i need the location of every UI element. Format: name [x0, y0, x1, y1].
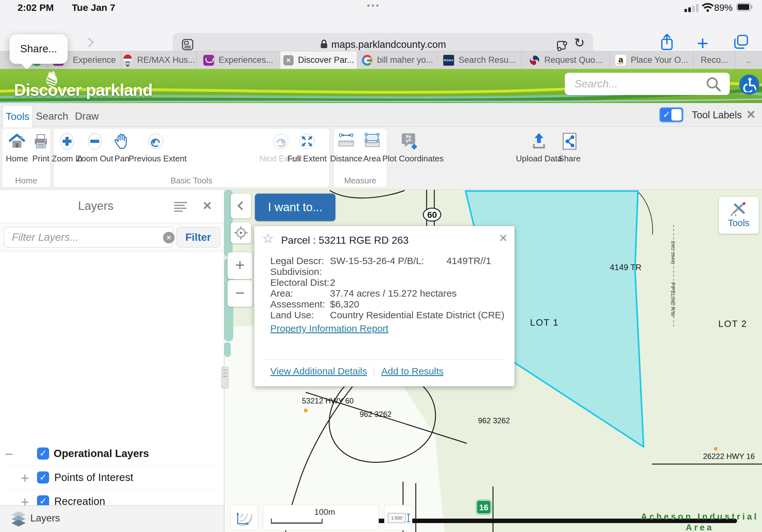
site-favicon: [203, 55, 214, 66]
layer-row-root[interactable]: − ✓ Operational Layers: [0, 442, 224, 466]
cellular-icon: [684, 4, 700, 12]
tab-request-quote[interactable]: Request Quo...: [521, 51, 610, 69]
forward-icon[interactable]: [84, 37, 94, 47]
previous-extent-button[interactable]: Previous Extent: [128, 131, 183, 164]
close-panel-icon[interactable]: ×: [203, 197, 211, 214]
search-input[interactable]: [574, 76, 695, 91]
tab-draw[interactable]: Draw: [74, 105, 100, 127]
layer-filter-input[interactable]: [11, 230, 145, 245]
map-zoom-in-button[interactable]: +: [228, 252, 253, 279]
favorite-star-icon[interactable]: ☆: [262, 231, 274, 246]
date: Tue Jan 7: [72, 2, 115, 13]
map-zoom-out-button[interactable]: −: [228, 280, 253, 307]
collapse-panel-button[interactable]: [231, 194, 251, 219]
panel-menu-icon[interactable]: [174, 202, 187, 212]
wifi-icon: [701, 3, 714, 12]
tab-tools[interactable]: Tools: [3, 105, 33, 127]
tabs-overview-icon[interactable]: [733, 34, 749, 51]
map-viewport[interactable]: I want to... + − Tools 60 4149 TR (062 3…: [224, 190, 762, 532]
clear-filter-icon[interactable]: ×: [163, 232, 175, 243]
area-icon: [363, 132, 381, 151]
scale-ratio-value[interactable]: 1:500: [388, 513, 406, 523]
i-want-to-button[interactable]: I want to...: [255, 194, 336, 221]
plot-coordinates-button[interactable]: XY Plot Coordinates: [382, 131, 436, 164]
battery-icon: [736, 3, 754, 11]
tab-reco[interactable]: Reco...: [694, 51, 735, 69]
popup-close-icon[interactable]: ×: [499, 230, 507, 246]
layer-checkbox[interactable]: ✓: [37, 471, 49, 484]
tab-search[interactable]: Search: [38, 105, 66, 127]
layers-stack-icon[interactable]: [10, 510, 27, 528]
view-additional-details-link[interactable]: View Additional Details: [270, 366, 367, 376]
reader-icon[interactable]: [182, 38, 194, 51]
share-tooltip-label: Share...: [10, 43, 68, 55]
search-icon[interactable]: [705, 76, 722, 93]
add-to-results-link[interactable]: Add to Results: [381, 366, 443, 376]
tab-discover-parkland[interactable]: ×Discover Par...: [280, 51, 357, 69]
multitask-dots-icon[interactable]: •••: [367, 1, 380, 11]
property-report-link[interactable]: Property Information Report: [270, 323, 388, 334]
label-acheson-line1: Acheson Industrial: [633, 512, 762, 522]
tab-overflow[interactable]: ..: [735, 51, 762, 69]
tab-place-order[interactable]: aPlace Your O...: [610, 51, 694, 69]
layers-panel: Layers × × Filter − ✓ Operational Layers…: [0, 190, 224, 532]
globe-grid-icon: [235, 509, 253, 527]
popup-footer-links: View Additional DetailsAdd to Results: [270, 366, 443, 377]
bottom-bar-label[interactable]: Layers: [30, 512, 60, 524]
label-962-3262-b: 962 3262: [478, 416, 510, 425]
tab-bill-maher[interactable]: bill maher yo...: [357, 51, 438, 69]
label-962-3262-a: 962 3262: [360, 410, 392, 419]
share-icon[interactable]: [659, 33, 675, 52]
share-tooltip: Share...: [10, 34, 68, 64]
tab-remax[interactable]: RE/MAX Hus...: [121, 51, 196, 69]
scale-bracket: [271, 519, 323, 524]
tab-experiences[interactable]: Experiences...: [196, 51, 280, 69]
collapse-icon[interactable]: −: [3, 446, 15, 462]
popup-title: Parcel : 53211 RGE RD 263: [281, 234, 409, 246]
share-map-button[interactable]: Share: [543, 131, 597, 164]
layer-checkbox[interactable]: ✓: [37, 447, 49, 460]
layer-row[interactable]: +✓Points of Interest: [0, 466, 224, 490]
layer-filter-field[interactable]: ×: [4, 227, 173, 247]
field-row: Assessment:$6,320: [270, 299, 505, 310]
tools-wrench-icon: [730, 201, 748, 216]
group-label-measure: Measure: [334, 176, 387, 186]
tool-labels-toggle[interactable]: ✓: [659, 107, 683, 122]
lock-icon: [320, 39, 328, 49]
geolocate-button[interactable]: [231, 222, 251, 243]
full-extent-icon: [298, 132, 316, 151]
ipad-screen: 2:02 PM Tue Jan 7 ••• 89% maps.parklandc…: [0, 0, 762, 532]
expand-icon[interactable]: +: [19, 470, 31, 486]
map-tools-button[interactable]: Tools: [719, 197, 759, 234]
text-cursor-icon: [406, 513, 411, 522]
scale-ratio-button[interactable]: 1:500: [384, 505, 412, 530]
clock: 2:02 PM: [18, 2, 54, 13]
panel-bottom-bar: Layers: [0, 505, 224, 532]
field-row: Legal Descr:SW-15-53-26-4 P/B/L:4149TR//…: [270, 255, 505, 266]
extensions-puzzle-icon[interactable]: [556, 38, 568, 51]
tool-labels-label: Tool Labels: [692, 109, 742, 121]
highway-16-shield: 16: [476, 500, 491, 514]
filter-button[interactable]: Filter: [177, 227, 220, 247]
wheelchair-icon: [742, 77, 756, 92]
layers-panel-title: Layers: [0, 199, 191, 213]
reload-icon[interactable]: ↻: [574, 35, 585, 50]
coordinate-grid-button[interactable]: [230, 505, 258, 530]
close-tab-icon[interactable]: ×: [283, 55, 294, 65]
app-nav-tabs: Tools Search Draw ✓ Tool Labels ×: [0, 103, 762, 127]
tab-bar: Experience RE/MAX Hus... Experiences... …: [0, 51, 762, 69]
url-text[interactable]: maps.parklandcounty.com: [320, 39, 446, 50]
tab-search-results[interactable]: RONASearch Resu...: [438, 51, 521, 69]
field-row: Area:37.74 acres / 15.272 hectares: [270, 288, 505, 299]
panel-splitter-handle[interactable]: [221, 367, 228, 388]
geolocate-icon: [233, 225, 249, 240]
status-bar: 2:02 PM Tue Jan 7 ••• 89%: [0, 0, 762, 14]
map-search-box[interactable]: [565, 73, 730, 95]
accessibility-button[interactable]: [739, 75, 759, 95]
close-toolbar-icon[interactable]: ×: [747, 105, 755, 123]
amazon-icon: a: [615, 55, 626, 66]
plot-coordinates-icon: XY: [400, 132, 419, 151]
label-lot2: LOT 2: [718, 319, 747, 329]
label-lot1: LOT 1: [530, 317, 559, 328]
safari-toolbar: maps.parklandcounty.com ↻ +: [0, 14, 762, 51]
